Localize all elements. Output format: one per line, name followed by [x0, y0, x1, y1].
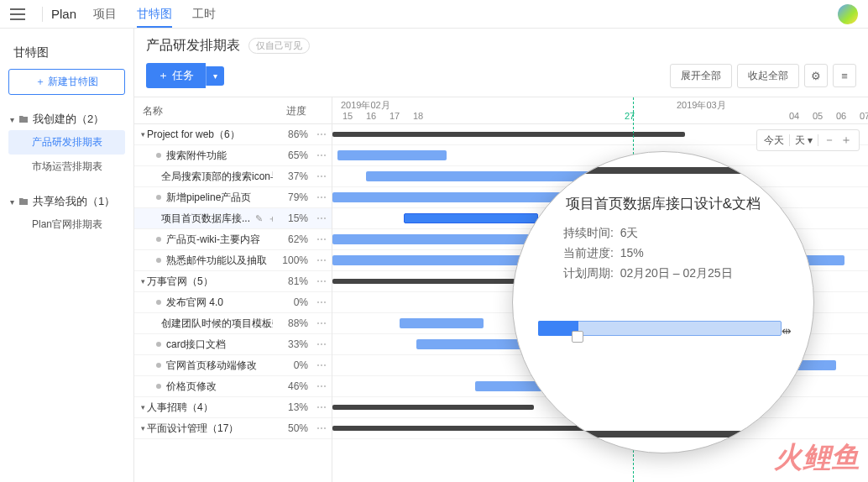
more-icon[interactable]: ⋯	[311, 380, 332, 392]
day-cell	[735, 111, 759, 121]
nav-tab-1[interactable]: 甘特图	[137, 0, 172, 28]
more-icon[interactable]: ⋯	[311, 359, 332, 371]
tooltip-title: 项目首页数据库接口设计&文档	[538, 194, 788, 213]
collapse-all-button[interactable]: 收起全部	[737, 64, 799, 88]
more-icon[interactable]: ⋯	[311, 338, 332, 350]
task-progress: 79%	[273, 191, 311, 203]
task-row[interactable]: 全局搜索顶部的搜索icon与关...37%⋯	[134, 166, 332, 187]
tree-item[interactable]: Plan官网排期表	[8, 212, 125, 237]
day-cell: 16	[359, 111, 383, 121]
progress-handle[interactable]	[572, 331, 583, 343]
list-icon[interactable]: ≡	[833, 64, 856, 87]
settings-icon[interactable]: ⚙	[804, 64, 828, 87]
zoom-control[interactable]: 今天 天 ▾ － ＋	[756, 129, 860, 151]
day-cell	[524, 111, 547, 121]
task-name: Project for web（6）	[147, 128, 240, 142]
edit-icon[interactable]: ✎	[255, 213, 263, 224]
chevron-down-icon[interactable]: ▾	[141, 424, 145, 432]
task-name: 搜索附件功能	[166, 149, 227, 163]
divider	[42, 7, 43, 22]
zoom-in-icon[interactable]: ＋	[840, 133, 852, 148]
more-icon[interactable]: ⋯	[311, 317, 332, 329]
more-icon[interactable]: ⋯	[311, 233, 332, 245]
task-progress: 46%	[273, 380, 311, 392]
more-icon[interactable]: ⋯	[311, 149, 332, 161]
month-label: 2019年02月	[341, 99, 390, 112]
day-cell	[759, 111, 782, 121]
task-name: 新增pipeline产品页	[166, 191, 251, 205]
task-name: 万事官网（5）	[147, 275, 213, 289]
task-progress: 15%	[273, 212, 311, 224]
col-progress: 进度	[273, 97, 311, 123]
more-icon[interactable]: ⋯	[311, 422, 332, 434]
page-title: 产品研发排期表	[146, 37, 240, 55]
tree-group-0[interactable]: ▾我创建的（2）	[8, 108, 125, 130]
task-name: 价格页修改	[166, 380, 217, 394]
day-cell	[477, 111, 500, 121]
task-row[interactable]: 创建团队时候的项目模板数据88%⋯	[134, 313, 332, 334]
day-cell	[688, 111, 712, 121]
day-cell: 05	[806, 111, 829, 121]
new-gantt-button[interactable]: ＋ 新建甘特图	[8, 69, 125, 95]
task-name: 全局搜索顶部的搜索icon与关...	[161, 170, 273, 184]
task-row[interactable]: ▾平面设计管理（17）50%⋯	[134, 418, 332, 439]
task-row[interactable]: ▾Project for web（6）86%⋯	[134, 124, 332, 145]
task-row[interactable]: ▾万事官网（5）81%⋯	[134, 271, 332, 292]
task-row[interactable]: 官网首页移动端修改0%⋯	[134, 355, 332, 376]
add-task-button[interactable]: ＋ 任务	[146, 63, 206, 88]
nav-tab-0[interactable]: 项目	[93, 0, 117, 28]
resize-handle-icon[interactable]: ⇹	[782, 324, 792, 338]
more-icon[interactable]: ⋯	[311, 254, 332, 266]
day-cell	[594, 111, 618, 121]
visibility-badge[interactable]: 仅自己可见	[248, 38, 310, 54]
task-row[interactable]: 新增pipeline产品页79%⋯	[134, 187, 332, 208]
task-row[interactable]: 产品页-wiki-主要内容62%⋯	[134, 229, 332, 250]
task-bar[interactable]	[475, 381, 542, 391]
task-row[interactable]: 熟悉邮件功能以及抽取100%⋯	[134, 250, 332, 271]
tree-item[interactable]: 市场运营排期表	[8, 155, 125, 179]
task-progress: 13%	[273, 401, 311, 413]
more-icon[interactable]: ⋯	[311, 296, 332, 308]
task-bar[interactable]	[404, 213, 538, 223]
more-icon[interactable]: ⋯	[311, 191, 332, 203]
day-cell	[500, 111, 524, 121]
group-bar[interactable]	[332, 132, 685, 137]
more-icon[interactable]: ⋯	[311, 170, 332, 182]
more-icon[interactable]: ⋯	[311, 212, 332, 224]
day-cell: 27	[618, 111, 641, 121]
unit-select[interactable]: 天 ▾	[795, 134, 813, 148]
task-bar[interactable]	[337, 150, 447, 160]
task-row[interactable]: 发布官网 4.00%⋯	[134, 292, 332, 313]
day-cell	[665, 111, 688, 121]
task-name: card接口文档	[166, 338, 226, 352]
more-icon[interactable]: ⋯	[311, 275, 332, 287]
task-row[interactable]: 项目首页数据库接...✎＋15%⋯	[134, 208, 332, 229]
chevron-down-icon[interactable]: ▾	[141, 403, 145, 411]
group-bar[interactable]	[332, 405, 534, 410]
zoom-out-icon[interactable]: －	[824, 133, 835, 148]
chevron-down-icon[interactable]: ▾	[141, 130, 145, 139]
task-row[interactable]: 价格页修改46%⋯	[134, 376, 332, 397]
task-row[interactable]: 搜索附件功能65%⋯	[134, 145, 332, 166]
add-task-dropdown[interactable]: ▾	[206, 66, 224, 86]
day-cell	[571, 111, 594, 121]
day-cell	[430, 111, 453, 121]
tree-item[interactable]: 产品研发排期表	[8, 130, 125, 155]
task-name: 官网首页移动端修改	[166, 359, 257, 373]
more-icon[interactable]: ⋯	[311, 401, 332, 413]
more-icon[interactable]: ⋯	[311, 128, 332, 140]
menu-icon[interactable]	[10, 8, 25, 20]
task-bar[interactable]	[400, 318, 484, 328]
chevron-down-icon[interactable]: ▾	[141, 277, 145, 286]
today-button[interactable]: 今天	[764, 134, 784, 148]
task-row[interactable]: ▾人事招聘（4）13%⋯	[134, 397, 332, 418]
tree-group-1[interactable]: ▾共享给我的（1）	[8, 191, 125, 212]
day-cell: 15	[336, 111, 359, 121]
nav-tab-2[interactable]: 工时	[192, 0, 216, 28]
task-progress: 33%	[273, 338, 311, 350]
day-cell	[547, 111, 571, 121]
avatar[interactable]	[838, 4, 858, 24]
task-progress: 50%	[273, 422, 311, 434]
task-row[interactable]: card接口文档33%⋯	[134, 334, 332, 355]
expand-all-button[interactable]: 展开全部	[670, 64, 732, 88]
